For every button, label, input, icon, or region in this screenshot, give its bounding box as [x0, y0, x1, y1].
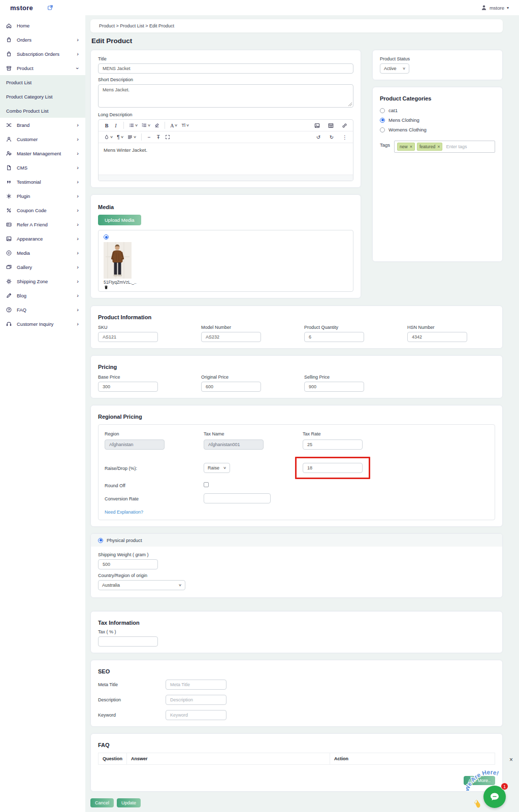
faq-table: Question Answer Action: [98, 753, 495, 765]
selling-price-input[interactable]: [304, 382, 364, 392]
sidebar-item-master-management[interactable]: Master Management ›: [0, 146, 85, 160]
sidebar-item-orders[interactable]: Orders ›: [0, 32, 85, 47]
chevron-right-icon: ›: [77, 122, 79, 128]
media-select-radio[interactable]: [104, 234, 109, 240]
sidebar-item-combo-product-list[interactable]: Combo Product List: [0, 104, 85, 118]
remove-tag-icon[interactable]: ×: [437, 145, 440, 149]
chevron-down-icon: ›: [75, 67, 81, 69]
base-price-input[interactable]: [98, 382, 158, 392]
more-options-icon[interactable]: ⋮: [341, 133, 349, 141]
caret-down-icon: ∨: [402, 66, 406, 71]
short-description-label: Short Description: [98, 77, 353, 82]
origin-select[interactable]: Australia ∨: [98, 580, 185, 590]
category-option-mens-clothing[interactable]: Mens Clothing: [380, 117, 495, 123]
align-icon[interactable]: ∨: [126, 133, 138, 141]
product-status-select[interactable]: Active ∨: [380, 63, 409, 74]
breadcrumb[interactable]: Product > Product List > Edit Product: [90, 19, 503, 32]
round-off-checkbox[interactable]: [204, 482, 209, 487]
sidebar-item-cms[interactable]: CMS ›: [0, 160, 85, 175]
sidebar-item-refer-a-friend[interactable]: Refer A Friend ›: [0, 217, 85, 231]
numbered-list-icon: [142, 123, 147, 128]
sidebar-item-blog[interactable]: Blog ›: [0, 288, 85, 302]
sku-label: SKU: [98, 325, 201, 330]
raise-drop-select[interactable]: Raise ∨: [204, 463, 230, 473]
conversion-rate-input[interactable]: [204, 493, 271, 503]
insert-image-icon[interactable]: [313, 121, 321, 129]
sidebar-item-appearance[interactable]: Appearance ›: [0, 231, 85, 246]
sidebar-item-coupon-code[interactable]: Coupon Code ›: [0, 203, 85, 217]
shipping-weight-input[interactable]: [98, 559, 158, 569]
bullet-list-icon[interactable]: ∨: [127, 121, 139, 129]
chevron-right-icon: ›: [77, 137, 79, 142]
sidebar-item-subscription-orders[interactable]: Subscription Orders ›: [0, 47, 85, 61]
bold-icon: B: [105, 123, 109, 128]
text-style-icon[interactable]: Tl∨: [180, 121, 191, 129]
sidebar-item-home[interactable]: Home: [0, 18, 85, 32]
faq-card: FAQ Question Answer Action Add More..: [90, 733, 503, 792]
text-highlight-icon[interactable]: ∨: [103, 133, 114, 141]
italic-icon[interactable]: I: [112, 121, 120, 129]
tags-label: Tags: [380, 141, 390, 153]
physical-product-radio[interactable]: [98, 538, 103, 543]
tax-information-card: Tax Information Tax ( % ): [90, 611, 503, 653]
horizontal-rule-icon[interactable]: −: [145, 133, 153, 141]
need-explanation-link[interactable]: Need Explanation?: [105, 510, 143, 515]
cancel-button[interactable]: Cancel: [90, 798, 114, 807]
chevron-right-icon: ›: [77, 279, 79, 284]
sidebar-item-plugin[interactable]: Plugin ›: [0, 189, 85, 203]
sidebar-item-faq[interactable]: FAQ ›: [0, 302, 85, 317]
sidebar-item-customer-inquiry[interactable]: Customer Inquiry ›: [0, 317, 85, 331]
line-height-icon[interactable]: Ŧ: [154, 133, 163, 141]
numbered-list-icon[interactable]: ∨: [140, 121, 152, 129]
fullscreen-icon[interactable]: [164, 133, 172, 141]
sidebar-item-product-list[interactable]: Product List: [0, 75, 85, 89]
sidebar-item-brand[interactable]: Brand ›: [0, 118, 85, 132]
toolbar-separator: [141, 133, 142, 141]
raise-drop-percent-input[interactable]: [303, 463, 363, 473]
title-input[interactable]: [98, 63, 353, 74]
app-logo[interactable]: mstore: [10, 4, 33, 12]
insert-link-icon[interactable]: [340, 121, 349, 129]
eraser-icon[interactable]: [153, 121, 161, 129]
sku-input[interactable]: [98, 332, 158, 342]
user-menu[interactable]: mstore ▾: [481, 5, 509, 11]
category-option-cat1[interactable]: cat1: [380, 108, 495, 113]
tax-percent-input[interactable]: [98, 636, 158, 647]
product-image-thumbnail[interactable]: [104, 242, 132, 279]
product-quantity-input[interactable]: [304, 332, 364, 342]
seo-keyword-input[interactable]: [166, 710, 226, 720]
meta-title-input[interactable]: [166, 680, 226, 690]
hsn-number-input[interactable]: [407, 332, 467, 342]
font-color-icon[interactable]: A∨: [169, 121, 179, 129]
seo-description-input[interactable]: [166, 695, 226, 705]
horizontal-rule-icon: −: [148, 134, 151, 140]
sidebar-item-media[interactable]: Media ›: [0, 246, 85, 260]
sidebar-item-gallery[interactable]: Gallery ›: [0, 260, 85, 274]
undo-icon[interactable]: ↺: [314, 133, 322, 141]
original-price-input[interactable]: [201, 382, 261, 392]
category-option-womens-clothing[interactable]: Womens Clothing: [380, 127, 495, 132]
model-number-input[interactable]: [201, 332, 261, 342]
remove-tag-icon[interactable]: ×: [410, 145, 412, 149]
upload-media-button[interactable]: Upload Media: [98, 215, 141, 225]
trash-icon[interactable]: [104, 285, 134, 290]
tax-rate-input[interactable]: [303, 439, 363, 450]
bold-icon[interactable]: B: [103, 121, 111, 129]
pricing-title: Pricing: [98, 364, 495, 370]
hsn-number-label: HSN Number: [407, 325, 510, 330]
insert-table-icon[interactable]: [327, 121, 335, 129]
sidebar-item-shipping-zone[interactable]: Shipping Zone ›: [0, 274, 85, 288]
sidebar-item-product[interactable]: Product ›: [0, 61, 85, 75]
paragraph-icon[interactable]: ¶∨: [115, 133, 125, 141]
short-description-textarea[interactable]: Mens Jacket.: [98, 84, 353, 108]
external-link-icon[interactable]: [47, 5, 53, 11]
editor-content[interactable]: Mens Winter Jacket.: [99, 143, 353, 175]
redo-icon[interactable]: ↻: [328, 133, 336, 141]
tags-input[interactable]: new × featured × Enter tags: [394, 141, 495, 153]
update-button[interactable]: Update: [117, 798, 141, 807]
sidebar-item-product-category-list[interactable]: Product Category List: [0, 89, 85, 104]
sidebar-item-customer[interactable]: Customer ›: [0, 132, 85, 146]
sidebar-item-testimonial[interactable]: Testimonial ›: [0, 175, 85, 189]
subscription-orders-icon: [6, 51, 15, 57]
faq-col-answer: Answer: [127, 753, 330, 765]
